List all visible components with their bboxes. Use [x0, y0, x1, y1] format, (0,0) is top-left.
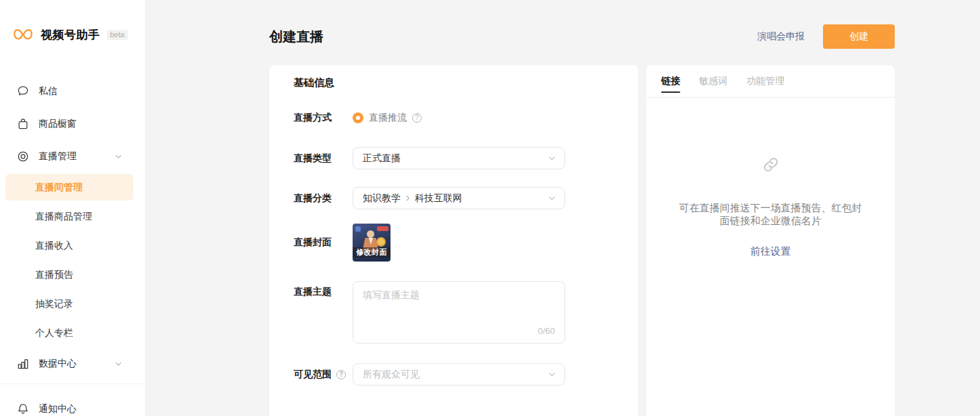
- visibility-row: 可见范围 ? 所有观众可见: [294, 363, 614, 386]
- sidebar-subitem-live-income[interactable]: 直播收入: [0, 231, 146, 260]
- page-title: 创建直播: [269, 28, 324, 46]
- sidebar-item-product-window[interactable]: 商品橱窗: [0, 108, 146, 140]
- live-topic-box: 0/60: [353, 281, 565, 344]
- sidebar-subitem-label: 直播间管理: [35, 182, 83, 194]
- cover-badge: [377, 226, 388, 231]
- live-icon: [16, 150, 30, 163]
- sidebar-subitem-live-trailer[interactable]: 直播预告: [0, 260, 146, 289]
- cover-coin-icon: [376, 237, 386, 247]
- radio-selected-icon[interactable]: [353, 112, 363, 123]
- live-category-main: 知识教学: [363, 192, 401, 205]
- edit-cover-overlay[interactable]: 修改封面: [353, 247, 391, 257]
- visibility-select[interactable]: 所有观众可见: [353, 363, 565, 386]
- chevron-down-icon: [548, 370, 556, 381]
- section-title: 基础信息: [294, 75, 614, 89]
- chevron-down-icon[interactable]: [114, 152, 122, 161]
- sidebar-subitem-label: 直播商品管理: [35, 211, 92, 223]
- live-category-row: 直播分类 知识教学 科技互联网: [294, 187, 614, 209]
- live-category-sub: 科技互联网: [415, 192, 462, 205]
- live-method-row: 直播方式 直播推流 ?: [294, 111, 614, 125]
- live-type-select[interactable]: 正式直播: [353, 147, 565, 169]
- sidebar-subitem-label: 直播收入: [35, 240, 73, 252]
- basic-info-card: 基础信息 直播方式 直播推流 ? 直播类型 正式直播 直播分类 知识教学 科技互…: [269, 65, 638, 416]
- cover-person: [367, 230, 374, 238]
- live-type-row: 直播类型 正式直播: [294, 147, 614, 169]
- live-type-value: 正式直播: [363, 152, 401, 165]
- chevron-down-icon: [548, 194, 556, 205]
- visibility-value: 所有观众可见: [363, 369, 420, 381]
- header-actions: 演唱会申报 创建: [757, 24, 895, 49]
- panel-tabs: 链接 敏感词 功能管理: [646, 65, 895, 98]
- live-category-label: 直播分类: [294, 192, 353, 205]
- beta-badge: beta: [107, 30, 128, 40]
- live-method-value: 直播推流: [369, 112, 407, 124]
- concert-apply-link[interactable]: 演唱会申报: [757, 30, 805, 43]
- live-category-select[interactable]: 知识教学 科技互联网: [353, 187, 565, 209]
- chevron-down-icon: [548, 154, 556, 165]
- sidebar-nav: 私信 商品橱窗 直播管理: [0, 75, 146, 416]
- sidebar-subitem-label: 直播预告: [35, 269, 73, 281]
- link-icon: [761, 154, 781, 178]
- live-cover-thumbnail[interactable]: 修改封面: [353, 224, 391, 262]
- sidebar-item-data-center[interactable]: 数据中心: [0, 348, 146, 380]
- tab-sensitive-words[interactable]: 敏感词: [699, 65, 728, 97]
- chevron-down-icon[interactable]: [114, 360, 122, 368]
- channels-logo-icon: [12, 26, 34, 43]
- visibility-label: 可见范围 ?: [294, 369, 353, 381]
- create-button[interactable]: 创建: [823, 24, 895, 49]
- chevron-right-icon: [404, 194, 411, 202]
- sidebar-item-label: 私信: [39, 85, 146, 98]
- sidebar-subitem-personal-column[interactable]: 个人专栏: [0, 318, 146, 348]
- tab-feature-management[interactable]: 功能管理: [747, 65, 784, 97]
- sidebar-subitem-label: 个人专栏: [35, 327, 73, 339]
- live-method-radio-group: 直播推流 ?: [353, 112, 422, 124]
- sidebar-item-private-message[interactable]: 私信: [0, 75, 146, 108]
- sidebar-divider: [0, 383, 146, 384]
- sidebar-item-notification-center[interactable]: 通知中心: [0, 393, 146, 416]
- app-logo-row: 视频号助手 beta: [0, 0, 146, 43]
- sidebar: 视频号助手 beta 私信 商品橱窗: [0, 0, 146, 416]
- help-icon[interactable]: ?: [412, 113, 422, 123]
- sidebar-item-label: 通知中心: [39, 403, 146, 415]
- sidebar-subitem-live-product-management[interactable]: 直播商品管理: [0, 202, 146, 231]
- links-empty-state: 可在直播间推送下一场直播预告、红包封面链接和企业微信名片 前往设置: [646, 98, 895, 258]
- live-cover-row: 直播封面 修改封面: [294, 224, 614, 262]
- app-title: 视频号助手: [41, 27, 100, 43]
- live-cover-label: 直播封面: [294, 236, 353, 249]
- live-topic-label: 直播主题: [294, 281, 353, 298]
- chat-icon: [16, 85, 30, 98]
- sidebar-subitem-label: 抽奖记录: [35, 298, 73, 310]
- live-method-label: 直播方式: [294, 112, 353, 124]
- sidebar-item-live-management[interactable]: 直播管理: [0, 140, 146, 173]
- bar-chart-icon: [16, 357, 30, 371]
- links-panel: 链接 敏感词 功能管理 可在直播间推送下一场直播预告、红包封面链接和企业微信名片…: [646, 65, 895, 416]
- links-empty-description: 可在直播间推送下一场直播预告、红包封面链接和企业微信名片: [676, 201, 866, 227]
- visibility-label-text: 可见范围: [294, 369, 332, 381]
- topic-char-counter: 0/60: [538, 326, 555, 336]
- goto-settings-link[interactable]: 前往设置: [751, 245, 791, 258]
- edit-cover-label: 修改封面: [356, 247, 387, 257]
- bag-icon: [16, 117, 30, 131]
- live-topic-input[interactable]: [353, 282, 564, 324]
- live-type-label: 直播类型: [294, 152, 353, 165]
- sidebar-item-label: 数据中心: [39, 358, 114, 370]
- tab-links[interactable]: 链接: [661, 65, 680, 97]
- sidebar-subitem-live-room-management[interactable]: 直播间管理: [5, 174, 133, 201]
- sidebar-item-label: 直播管理: [39, 150, 114, 163]
- bell-icon: [16, 402, 30, 416]
- sidebar-item-label: 商品橱窗: [39, 118, 146, 130]
- help-icon[interactable]: ?: [336, 370, 346, 379]
- sidebar-subitem-lottery-records[interactable]: 抽奖记录: [0, 289, 146, 318]
- cover-play-icon: [355, 226, 361, 232]
- live-topic-row: 直播主题 0/60: [294, 281, 614, 344]
